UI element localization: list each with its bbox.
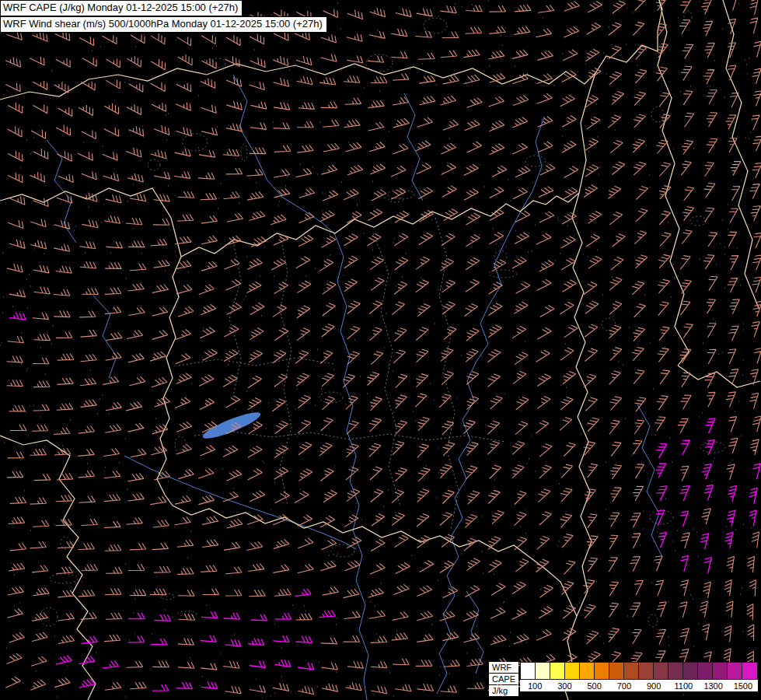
legend-tick-label: 900 [639, 681, 668, 691]
legend-color-segment-4 [580, 663, 595, 679]
legend-labels: WRF CAPE J/kg [489, 662, 518, 697]
title-cape: WRF CAPE (J/kg) Monday 01-12-2025 15:00 … [0, 0, 243, 16]
title-cape-text: WRF CAPE (J/kg) Monday 01-12-2025 15:00 … [3, 2, 238, 13]
legend-color-segment-6 [609, 663, 624, 679]
legend-tick-label: 1500 [728, 681, 758, 691]
map-svg [0, 0, 761, 700]
legend-color-segment-7 [624, 663, 639, 679]
weather-map: WRF CAPE (J/kg) Monday 01-12-2025 15:00 … [0, 0, 761, 700]
legend-color-segment-13 [713, 663, 728, 679]
legend-tick-labels: 100300500700900110013001500 [520, 680, 758, 691]
legend-tick-label: 300 [550, 681, 579, 691]
legend-tick-label: 1300 [699, 681, 728, 691]
legend-label-parameter: CAPE [489, 674, 518, 684]
legend-color-segment-14 [728, 663, 742, 679]
legend-color-segment-2 [550, 663, 565, 679]
legend-tick-label: 1100 [668, 681, 698, 691]
legend-tick-label: 700 [609, 681, 639, 691]
legend-label-model: WRF [489, 662, 518, 673]
legend-color-segment-10 [668, 663, 683, 679]
title-wind-shear: WRF Wind shear (m/s) 500/1000hPa Monday … [0, 16, 327, 33]
legend-color-segment-3 [565, 663, 580, 679]
legend-color-segment-1 [536, 663, 550, 679]
legend-label-unit: J/kg [489, 685, 518, 696]
legend-tick-label: 100 [520, 681, 550, 691]
legend-colorbar [520, 662, 758, 680]
legend-color-segment-0 [521, 663, 536, 679]
title-wind-shear-text: WRF Wind shear (m/s) 500/1000hPa Monday … [3, 18, 323, 30]
legend-color-segment-8 [639, 663, 654, 679]
legend-scale: 100300500700900110013001500 [520, 662, 758, 697]
legend-color-segment-9 [654, 663, 668, 679]
legend-color-segment-12 [698, 663, 713, 679]
legend-color-segment-15 [742, 663, 757, 679]
legend-color-segment-11 [683, 663, 698, 679]
cape-legend: WRF CAPE J/kg 10030050070090011001300150… [489, 662, 758, 697]
legend-color-segment-5 [595, 663, 609, 679]
map-background [0, 0, 761, 700]
legend-tick-label: 500 [580, 681, 609, 691]
